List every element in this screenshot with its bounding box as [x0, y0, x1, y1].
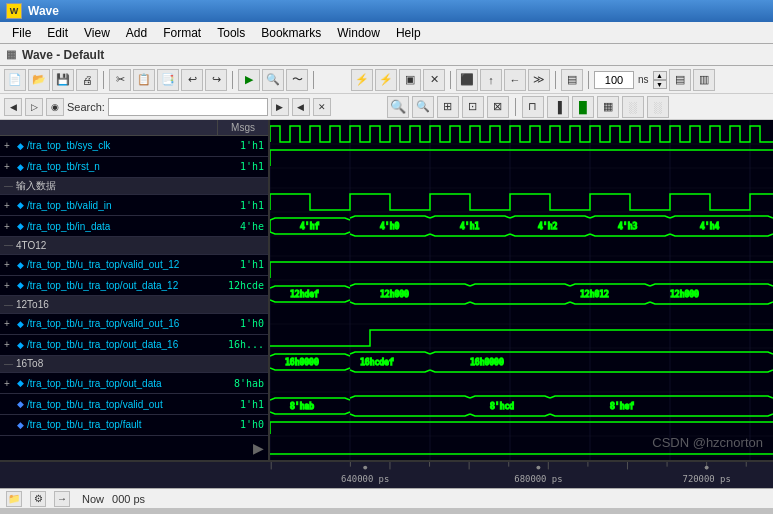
wave-btn[interactable]: 〜: [286, 69, 308, 91]
sim-btn6[interactable]: ↑: [480, 69, 502, 91]
menu-window[interactable]: Window: [329, 24, 388, 42]
status-settings-btn[interactable]: ⚙: [30, 491, 46, 507]
menu-view[interactable]: View: [76, 24, 118, 42]
wave-shape2[interactable]: ▐: [547, 96, 569, 118]
title-bar: W Wave: [0, 0, 773, 22]
sig-icon-out-data-12: ◆: [17, 280, 24, 290]
sim-btn4[interactable]: ✕: [423, 69, 445, 91]
run-btn[interactable]: ▶: [238, 69, 260, 91]
wave-shape1[interactable]: ⊓: [522, 96, 544, 118]
expand-out-data-16[interactable]: +: [4, 339, 14, 350]
svg-point-58: [705, 466, 709, 470]
sim-btn8[interactable]: ≫: [528, 69, 550, 91]
expand-valid-out-16[interactable]: +: [4, 318, 14, 329]
time-value[interactable]: 100: [594, 71, 634, 89]
scroll-right-icon[interactable]: ▶: [253, 440, 264, 456]
redo-btn[interactable]: ↪: [205, 69, 227, 91]
search-clear-btn[interactable]: ✕: [313, 98, 331, 116]
expand-out-data-12[interactable]: +: [4, 280, 14, 291]
search-input[interactable]: [108, 98, 268, 116]
signal-group-input[interactable]: — 输入数据: [0, 178, 268, 195]
signal-val-out-data-12: 12hcde: [218, 279, 268, 292]
signal-row-sys-clk[interactable]: + ◆ /tra_top_tb/sys_clk 1'h1: [0, 136, 268, 157]
print-btn[interactable]: 🖨: [76, 69, 98, 91]
expand-rst-n[interactable]: +: [4, 161, 14, 172]
time-btn1[interactable]: ▤: [669, 69, 691, 91]
signal-val-valid-out-12: 1'h1: [218, 258, 268, 271]
signal-row-valid-out[interactable]: ◆ /tra_top_tb/u_tra_top/valid_out 1'h1: [0, 394, 268, 415]
wave-shape4[interactable]: ▦: [597, 96, 619, 118]
menu-tools[interactable]: Tools: [209, 24, 253, 42]
expand-out-data[interactable]: +: [4, 378, 14, 389]
copy-btn[interactable]: 📋: [133, 69, 155, 91]
save-btn[interactable]: 💾: [52, 69, 74, 91]
signal-row-rst-n[interactable]: + ◆ /tra_top_tb/rst_n 1'h1: [0, 157, 268, 178]
signal-group-12to16[interactable]: — 12To16: [0, 296, 268, 313]
cut-btn[interactable]: ✂: [109, 69, 131, 91]
sig-icon-in-data: ◆: [17, 221, 24, 231]
signal-group-16to8[interactable]: — 16To8: [0, 356, 268, 373]
sig-icon-fault: ◆: [17, 420, 24, 430]
status-arrow-btn[interactable]: →: [54, 491, 70, 507]
wave-shape3[interactable]: █: [572, 96, 594, 118]
wave-shape6[interactable]: ░: [647, 96, 669, 118]
expand-valid-out-12[interactable]: +: [4, 259, 14, 270]
zoom-sep: [515, 98, 516, 116]
signal-row-valid-out-12[interactable]: + ◆ /tra_top_tb/u_tra_top/valid_out_12 1…: [0, 255, 268, 276]
menu-bookmarks[interactable]: Bookmarks: [253, 24, 329, 42]
menu-edit[interactable]: Edit: [39, 24, 76, 42]
zoom-sel-btn[interactable]: ⊡: [462, 96, 484, 118]
time-down[interactable]: ▼: [653, 80, 667, 89]
menu-file[interactable]: File: [4, 24, 39, 42]
sim-btn5[interactable]: ⬛: [456, 69, 478, 91]
signal-name-valid-in: + ◆ /tra_top_tb/valid_in: [0, 199, 218, 212]
status-folder-btn[interactable]: 📁: [6, 491, 22, 507]
signal-row-valid-in[interactable]: + ◆ /tra_top_tb/valid_in 1'h1: [0, 195, 268, 216]
signal-row-out-data-12[interactable]: + ◆ /tra_top_tb/u_tra_top/out_data_12 12…: [0, 276, 268, 297]
wave-nav-btn3[interactable]: ◉: [46, 98, 64, 116]
sim-btn7[interactable]: ←: [504, 69, 526, 91]
search-prev-btn[interactable]: ◀: [292, 98, 310, 116]
zoom-out-btn[interactable]: 🔍: [387, 96, 409, 118]
wave-nav-btn1[interactable]: ◀: [4, 98, 22, 116]
zoom-in-btn[interactable]: 🔍: [412, 96, 434, 118]
signal-val-4to12-group: [218, 244, 268, 246]
expand-sys-clk[interactable]: +: [4, 140, 14, 151]
zoom-full-btn[interactable]: ⊠: [487, 96, 509, 118]
signal-row-valid-out-16[interactable]: + ◆ /tra_top_tb/u_tra_top/valid_out_16 1…: [0, 314, 268, 335]
signal-row-fault[interactable]: ◆ /tra_top_tb/u_tra_top/fault 1'h0: [0, 415, 268, 436]
timeline-bar: 640000 ps 680000 ps 720000 ps: [0, 460, 773, 488]
time-up[interactable]: ▲: [653, 71, 667, 80]
svg-text:4'h0: 4'h0: [380, 222, 399, 231]
menu-add[interactable]: Add: [118, 24, 155, 42]
waveform-panel: 4'hf 4'h0 4'h1 4'h2 4'h3: [270, 120, 773, 460]
wave-nav-btn2[interactable]: ▷: [25, 98, 43, 116]
menu-format[interactable]: Format: [155, 24, 209, 42]
new-btn[interactable]: 📄: [4, 69, 26, 91]
expand-in-data[interactable]: +: [4, 221, 14, 232]
undo-btn[interactable]: ↩: [181, 69, 203, 91]
zoom-fit-btn[interactable]: ⊞: [437, 96, 459, 118]
signal-group-4to12[interactable]: — 4TO12: [0, 237, 268, 254]
search-go-btn[interactable]: ▶: [271, 98, 289, 116]
sim-btn3[interactable]: ▣: [399, 69, 421, 91]
sim-btn2[interactable]: ⚡: [375, 69, 397, 91]
paste-btn[interactable]: 📑: [157, 69, 179, 91]
signal-row-in-data[interactable]: + ◆ /tra_top_tb/in_data 4'he: [0, 216, 268, 237]
sim-btn1[interactable]: ⚡: [351, 69, 373, 91]
menu-help[interactable]: Help: [388, 24, 429, 42]
sim-btn9[interactable]: ▤: [561, 69, 583, 91]
signal-group-input-label: — 输入数据: [0, 178, 218, 194]
time-btn2[interactable]: ▥: [693, 69, 715, 91]
signal-row-out-data[interactable]: + ◆ /tra_top_tb/u_tra_top/out_data 8'hab: [0, 373, 268, 394]
signal-row-out-data-16[interactable]: + ◆ /tra_top_tb/u_tra_top/out_data_16 16…: [0, 335, 268, 356]
wave-shape5[interactable]: ░: [622, 96, 644, 118]
menu-bar: File Edit View Add Format Tools Bookmark…: [0, 22, 773, 44]
time-spinner[interactable]: 100 ns ▲ ▼: [594, 71, 667, 89]
toolbar-main: 📄 📂 💾 🖨 ✂ 📋 📑 ↩ ↪ ▶ 🔍 〜 ⚡ ⚡ ▣ ✕ ⬛ ↑ ← ≫ …: [0, 66, 773, 94]
find-btn[interactable]: 🔍: [262, 69, 284, 91]
signal-group-4to12-label: — 4TO12: [0, 239, 218, 252]
signal-val-16to8-group: [218, 363, 268, 365]
open-btn[interactable]: 📂: [28, 69, 50, 91]
expand-valid-in[interactable]: +: [4, 200, 14, 211]
